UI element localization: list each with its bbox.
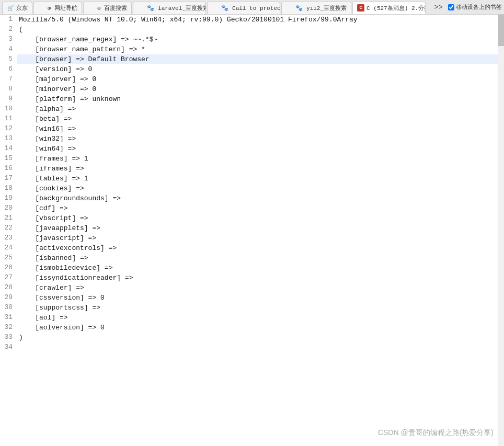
line-number: 4 <box>0 44 17 53</box>
tab-tab-call[interactable]: 🐾 Call to protected me... <box>207 2 280 14</box>
line-content: [isbanned] => <box>17 253 504 263</box>
line-content: [frames] => 1 <box>17 154 504 164</box>
line-content: [win16] => <box>17 124 504 134</box>
table-row: 11 [beta] => <box>0 114 504 124</box>
tab-tab-yii2[interactable]: 🐾 yii2_百度搜索 <box>281 2 351 14</box>
tab-more-button[interactable]: >> <box>431 1 446 14</box>
line-content: [cdf] => <box>17 203 504 213</box>
code-area[interactable]: 1Mozilla/5.0 (Windows NT 10.0; Win64; x6… <box>0 15 504 446</box>
tab-favicon: C <box>357 4 364 12</box>
tab-tab-baidu[interactable]: ⊕ 百度搜索 <box>83 2 132 14</box>
table-row: 15 [frames] => 1 <box>0 154 504 164</box>
table-row: 5 [browser] => Default Browser <box>0 54 504 64</box>
line-number: 31 <box>0 313 17 321</box>
table-row: 12 [win16] => <box>0 124 504 134</box>
line-number: 8 <box>0 84 17 93</box>
line-content: [beta] => <box>17 114 504 124</box>
tab-label: 🐾 yii2_百度搜索 <box>295 4 347 12</box>
line-number: 30 <box>0 303 17 311</box>
table-row: 14 [win64] => <box>0 144 504 154</box>
table-row: 32 [aolversion] => 0 <box>0 323 504 333</box>
tab-label: C (527条消息) 2.分类... <box>366 4 426 12</box>
line-number: 1 <box>0 15 17 23</box>
table-row: 13 [win32] => <box>0 134 504 144</box>
table-row: 29 [cssversion] => 0 <box>0 293 504 303</box>
line-content: [browser] => Default Browser <box>17 54 504 64</box>
line-number: 2 <box>0 25 17 33</box>
tab-favicon <box>286 5 293 12</box>
table-row: 9 [platform] => unknown <box>0 94 504 104</box>
table-row: 33) <box>0 333 504 342</box>
tab-label: ⊕ 网址导航 <box>48 4 77 12</box>
line-number: 17 <box>0 174 17 182</box>
table-row: 31 [aol] => <box>0 313 504 323</box>
line-content: [win32] => <box>17 134 504 144</box>
scrollbar-thumb[interactable] <box>498 15 504 46</box>
tab-tab-csdn[interactable]: CC (527条消息) 2.分类... <box>352 2 426 14</box>
line-number: 26 <box>0 263 17 271</box>
table-row: 26 [ismobiledevice] => <box>0 263 504 273</box>
line-content: [alpha] => <box>17 104 504 114</box>
mobile-bookmark-checkbox[interactable] <box>448 4 454 10</box>
line-number: 25 <box>0 253 17 261</box>
bookmark-section: 移动设备上的书签 <box>448 3 502 11</box>
table-row: 30 [supportscss] => <box>0 303 504 313</box>
tab-favicon <box>38 5 45 12</box>
line-number: 28 <box>0 283 17 291</box>
table-row: 28 [crawler] => <box>0 283 504 293</box>
table-row: 19 [backgroundsounds] => <box>0 193 504 203</box>
table-row: 3 [browser_name_regex] => ~~.*$~ <box>0 35 504 44</box>
table-row: 23 [javascript] => <box>0 233 504 243</box>
tab-tab-laravel[interactable]: 🐾 laravel_百度搜索 <box>133 2 206 14</box>
tab-favicon <box>212 5 219 12</box>
line-content: [vbscript] => <box>17 213 504 223</box>
line-content: [tables] => 1 <box>17 174 504 184</box>
line-number: 18 <box>0 184 17 192</box>
line-number: 19 <box>0 193 17 202</box>
table-row: 24 [activexcontrols] => <box>0 243 504 253</box>
line-content: [browser_name_regex] => ~~.*$~ <box>17 35 504 44</box>
table-row: 6 [version] => 0 <box>0 64 504 74</box>
table-row: 2( <box>0 25 504 35</box>
tab-favicon: 🛒 <box>7 5 14 12</box>
line-number: 34 <box>0 342 17 351</box>
line-number: 9 <box>0 94 17 102</box>
line-content: [aol] => <box>17 313 504 323</box>
line-number: 11 <box>0 114 17 122</box>
line-number: 24 <box>0 243 17 251</box>
line-number: 32 <box>0 323 17 331</box>
line-number: 6 <box>0 64 17 73</box>
table-row: 10 [alpha] => <box>0 104 504 114</box>
bookmark-label: 移动设备上的书签 <box>456 3 502 11</box>
tab-tab-nav[interactable]: ⊕ 网址导航 <box>33 2 82 14</box>
line-content: [cookies] => <box>17 184 504 193</box>
line-number: 16 <box>0 164 17 172</box>
line-content: [version] => 0 <box>17 64 504 74</box>
line-number: 13 <box>0 134 17 142</box>
tab-favicon <box>88 5 95 12</box>
line-number: 20 <box>0 203 17 212</box>
line-number: 27 <box>0 273 17 281</box>
table-row: 1Mozilla/5.0 (Windows NT 10.0; Win64; x6… <box>0 15 504 25</box>
table-row: 22 [javaapplets] => <box>0 223 504 233</box>
table-row: 4 [browser_name_pattern] => * <box>0 44 504 54</box>
table-row: 20 [cdf] => <box>0 203 504 213</box>
line-content: [browser_name_pattern] => * <box>17 44 504 54</box>
page-scrollbar[interactable] <box>498 15 504 446</box>
tab-tab-jd[interactable]: 🛒京东 <box>2 2 32 14</box>
line-content: ( <box>17 25 504 35</box>
line-content: [activexcontrols] => <box>17 243 504 253</box>
code-lines-container: 1Mozilla/5.0 (Windows NT 10.0; Win64; x6… <box>0 15 504 352</box>
tab-label: 京东 <box>16 4 28 12</box>
line-content: [javaapplets] => <box>17 223 504 233</box>
browser-tab-bar: 🛒京东⊕ 网址导航⊕ 百度搜索🐾 laravel_百度搜索🐾 Call to p… <box>0 0 504 15</box>
line-content: [backgroundsounds] => <box>17 193 504 203</box>
line-number: 7 <box>0 74 17 83</box>
table-row: 8 [minorver] => 0 <box>0 84 504 94</box>
line-content: ) <box>17 333 504 342</box>
line-content: [issyndicationreader] => <box>17 273 504 283</box>
line-content: [minorver] => 0 <box>17 84 504 94</box>
line-content: Mozilla/5.0 (Windows NT 10.0; Win64; x64… <box>17 15 504 25</box>
table-row: 18 [cookies] => <box>0 184 504 193</box>
line-number: 10 <box>0 104 17 112</box>
